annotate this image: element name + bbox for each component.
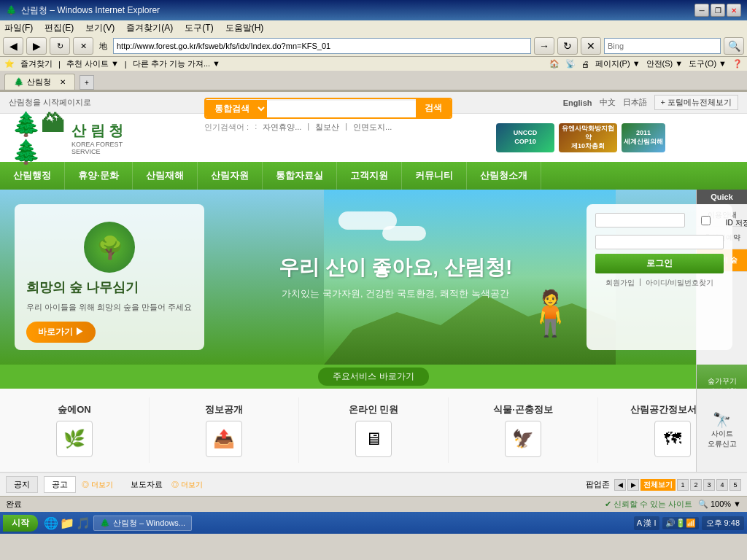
search-button[interactable]: 검색 xyxy=(416,99,451,117)
login-id-input[interactable] xyxy=(595,213,685,228)
favorites-label[interactable]: 즐겨찾기 xyxy=(20,58,53,69)
nav-dataroom[interactable]: 통합자료실 xyxy=(263,162,337,190)
nav-disaster[interactable]: 산림재해 xyxy=(133,162,198,190)
language-bar: English 中文 日本語 + 포털메뉴전체보기 xyxy=(563,95,738,110)
refresh2-button[interactable]: ↻ xyxy=(557,37,578,55)
notice-tab[interactable]: 공지 xyxy=(6,476,38,493)
join-link[interactable]: 회원가입 xyxy=(605,278,635,288)
window-titlebar: 🌲 산림청 – Windows Internet Explorer ─ ❐ ✕ xyxy=(0,0,747,20)
set-homepage[interactable]: 산림청을 시작페이지로 xyxy=(9,97,91,108)
service-icon-0: 🌿 xyxy=(56,421,93,457)
nav-resources[interactable]: 산림자원 xyxy=(198,162,263,190)
cop10-banner[interactable]: UNCCDCOP10 xyxy=(496,123,554,152)
id-save-checkbox[interactable] xyxy=(688,216,724,225)
nav-about[interactable]: 산림청소개 xyxy=(467,162,541,190)
help-btn[interactable]: ❓ xyxy=(732,59,743,69)
taskbar-ie-window[interactable]: 🌲 산림청 – Windows... xyxy=(93,516,192,531)
window-title: 산림청 – Windows Internet Explorer xyxy=(21,4,160,17)
logo[interactable]: 🌲🏔🌲 산 림 청 KOREA FOREST SERVICE xyxy=(12,120,128,156)
go-button[interactable]: → xyxy=(534,37,554,55)
back-button[interactable]: ◀ xyxy=(3,37,23,55)
tools-menu[interactable]: 도구(O) ▼ xyxy=(689,58,727,69)
service-online-civil[interactable]: 온라인 민원 🖥 xyxy=(299,397,449,463)
address-input[interactable] xyxy=(113,38,531,54)
menu-file[interactable]: 파일(F) xyxy=(4,22,33,34)
rss-icon[interactable]: 📡 xyxy=(565,59,576,69)
print-icon[interactable]: 🖨 xyxy=(581,60,589,69)
popup-page-2[interactable]: 2 xyxy=(690,479,702,491)
menu-favorites[interactable]: 즐겨찾기(A) xyxy=(126,22,173,34)
popup-prev-btn[interactable]: ◀ xyxy=(614,479,626,491)
browser-tab[interactable]: 🌲 산림청 ✕ xyxy=(4,74,75,90)
service-숲에on[interactable]: 숲에ON 🌿 xyxy=(0,397,150,463)
start-button[interactable]: 시작 xyxy=(3,515,38,532)
security-status: ✔ 신뢰할 수 있는 사이트 xyxy=(605,499,692,510)
popup-page-5[interactable]: 5 xyxy=(729,479,741,491)
stop-button[interactable]: ✕ xyxy=(73,37,93,55)
new-tab-btn[interactable]: + xyxy=(80,75,94,90)
minimize-btn[interactable]: ─ xyxy=(694,4,709,17)
announcement-tab[interactable]: 공고 xyxy=(44,476,76,493)
year2011-banner[interactable]: 2011세계산림의해 xyxy=(622,123,665,152)
browser-search-input[interactable] xyxy=(604,38,721,54)
popular-item-3[interactable]: 인면도지... xyxy=(353,122,392,133)
lang-japanese[interactable]: 日本語 xyxy=(623,97,647,108)
hero-section: 🧍 🌳 희망의 숲 나무심기 우리 아이들을 위해 희망의 숲을 만들어 주세요… xyxy=(0,190,747,365)
browser-search-button[interactable]: 🔍 xyxy=(724,37,744,55)
popular-item-1[interactable]: 자연휴양... xyxy=(263,122,301,133)
service-info[interactable]: 정보공개 📤 xyxy=(150,397,299,463)
system-clock[interactable]: 오후 9:48 xyxy=(702,516,744,530)
more-link-2[interactable]: ◎ 더보기 xyxy=(171,480,203,490)
bottom-bar: 공지 공고 ◎ 더보기 보도자료 ◎ 더보기 팝업존 ◀ ▶ 전체보기 1 2 … xyxy=(0,472,747,496)
popup-page-4[interactable]: 4 xyxy=(716,479,728,491)
separator: | xyxy=(58,60,61,69)
portal-menu-btn[interactable]: + 포털메뉴전체보기 xyxy=(654,95,738,110)
nav-community[interactable]: 커뮤니티 xyxy=(402,162,467,190)
search-input[interactable] xyxy=(267,101,416,117)
more-addons[interactable]: 다른 추가 기능 가져... ▼ xyxy=(133,58,220,69)
ie-toolbar-right: 🏠 📡 🖨 페이지(P) ▼ 안전(S) ▼ 도구(O) ▼ ❓ xyxy=(549,58,743,69)
menu-view[interactable]: 보기(V) xyxy=(85,22,115,34)
popup-page-3[interactable]: 3 xyxy=(703,479,715,491)
lang-chinese[interactable]: 中文 xyxy=(600,97,616,108)
suggested-sites[interactable]: 추천 사이트 ▼ xyxy=(66,58,119,69)
nav-forestadmin[interactable]: 산림행정 xyxy=(0,162,65,190)
login-pw-input[interactable] xyxy=(595,235,724,249)
taskbar-folder-icon[interactable]: 📁 xyxy=(60,516,74,530)
hero-goto-btn[interactable]: 바로가기 ▶ xyxy=(26,322,96,343)
lang-english[interactable]: English xyxy=(563,98,592,107)
popup-page-1[interactable]: 1 xyxy=(677,479,689,491)
popular-item-2[interactable]: 칠보산 xyxy=(315,122,339,133)
page-menu[interactable]: 페이지(P) ▼ xyxy=(595,58,640,69)
search-type-select[interactable]: 통합검색 xyxy=(206,100,267,117)
service-plants[interactable]: 식물·곤충정보 🦅 xyxy=(449,397,598,463)
quick-report-label[interactable]: 사이트오류신고 xyxy=(708,429,737,449)
service-icon-1: 📤 xyxy=(206,421,242,457)
find-account-link[interactable]: 아이디/비밀번호찾기 xyxy=(646,278,713,288)
popup-all-btn[interactable]: 전체보기 xyxy=(640,479,676,491)
taskbar-ie-icon[interactable]: 🌐 xyxy=(44,516,58,530)
restore-btn[interactable]: ❐ xyxy=(711,4,725,17)
zoom-level[interactable]: 🔍 100% ▼ xyxy=(698,499,741,509)
services-row: 숲에ON 🌿 정보공개 📤 온라인 민원 🖥 식물·곤충정보 🦅 산림공간정보서… xyxy=(0,389,747,472)
taskbar-icons: 🌐 📁 🎵 xyxy=(44,516,90,530)
menu-edit[interactable]: 편집(E) xyxy=(44,22,74,34)
stop2-button[interactable]: ✕ xyxy=(581,37,601,55)
taskbar-media-icon[interactable]: 🎵 xyxy=(76,516,90,530)
tab-close-icon[interactable]: ✕ xyxy=(60,78,66,86)
close-btn[interactable]: ✕ xyxy=(727,4,741,17)
login-button[interactable]: 로그인 xyxy=(595,254,724,273)
menu-help[interactable]: 도움말(H) xyxy=(225,22,264,34)
nav-recreation[interactable]: 휴양·문화 xyxy=(65,162,133,190)
popup-next-btn[interactable]: ▶ xyxy=(627,479,639,491)
nav-customer[interactable]: 고객지원 xyxy=(337,162,402,190)
more-link-1[interactable]: ◎ 더보기 xyxy=(82,480,113,490)
safety-menu[interactable]: 안전(S) ▼ xyxy=(646,58,684,69)
ime-icon: A 漢 I xyxy=(634,516,659,530)
refresh-button[interactable]: ↻ xyxy=(50,37,70,55)
menu-tools[interactable]: 도구(T) xyxy=(185,22,213,34)
service-bar-btn[interactable]: 주요서비스 바로가기 xyxy=(318,368,428,386)
forward-button[interactable]: ▶ xyxy=(26,37,47,55)
home-icon[interactable]: 🏠 xyxy=(549,59,560,69)
un-banner[interactable]: 유엔사막화방지협약제10차총회 xyxy=(559,123,617,152)
